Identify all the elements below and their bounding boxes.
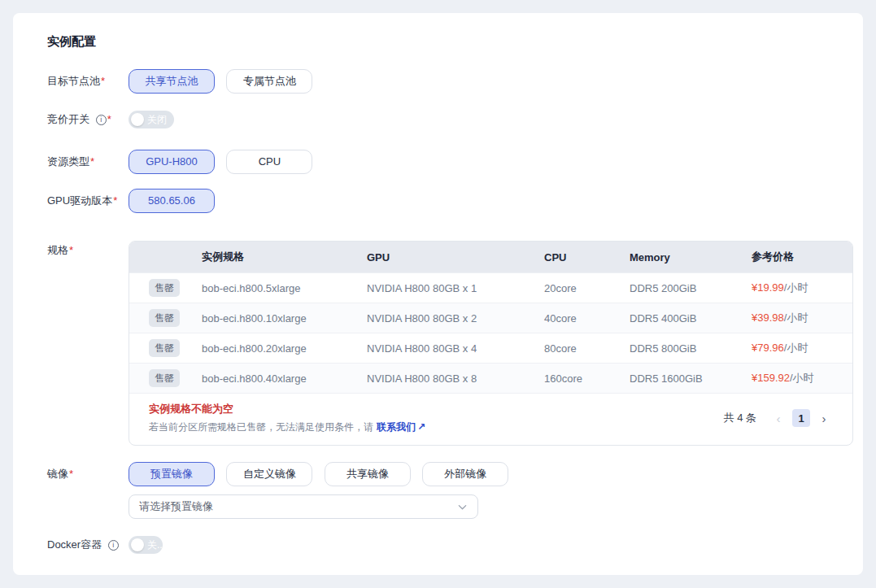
- cell-price: ¥19.99/小时: [752, 281, 852, 295]
- page-title: 实例配置: [34, 34, 840, 50]
- docker-label: Docker容器 i: [47, 536, 129, 554]
- cell-cpu: 20core: [544, 282, 630, 294]
- cell-spec-name: bob-eci.h800.10xlarge: [202, 312, 367, 324]
- cell-price: ¥39.98/小时: [752, 311, 852, 325]
- cell-cpu: 40core: [544, 312, 630, 324]
- resource-option-gpu-h800[interactable]: GPU-H800: [129, 150, 215, 174]
- table-row[interactable]: 售罄 bob-eci.h800.5xlarge NVIDIA H800 80GB…: [129, 272, 852, 303]
- spec-label: 规格*: [47, 241, 129, 259]
- toggle-knob: [131, 113, 144, 126]
- external-link-icon: ↗: [417, 421, 425, 433]
- cell-memory: DDR5 1600GiB: [630, 372, 752, 385]
- cell-spec-name: bob-eci.h800.20xlarge: [202, 342, 367, 355]
- image-option-shared[interactable]: 共享镜像: [325, 462, 411, 486]
- pagination-next-icon[interactable]: ›: [815, 409, 833, 427]
- required-asterisk: *: [69, 244, 73, 256]
- spot-switch-label: 竞价开关 i*: [47, 111, 129, 128]
- form-row-spot-switch: 竞价开关 i* 关闭: [34, 111, 840, 128]
- spec-table-footer: 实例规格不能为空 若当前分区所需规格已售罄，无法满足使用条件，请联系我们↗ 共 …: [129, 393, 852, 445]
- resource-option-cpu[interactable]: CPU: [226, 150, 312, 174]
- sold-out-badge: 售罄: [149, 369, 180, 387]
- form-row-image: 镜像* 预置镜像 自定义镜像 共享镜像 外部镜像 请选择预置镜像: [34, 462, 840, 519]
- pagination-total: 共 4 条: [724, 411, 756, 425]
- form-row-resource-type: 资源类型* GPU-H800 CPU: [34, 150, 840, 174]
- cell-gpu: NVIDIA H800 80GB x 2: [367, 312, 544, 324]
- docker-toggle[interactable]: 关...: [129, 536, 163, 554]
- form-row-node-pool: 目标节点池* 共享节点池 专属节点池: [34, 69, 840, 94]
- col-header-cpu: CPU: [544, 251, 630, 264]
- required-asterisk: *: [69, 468, 73, 480]
- cell-gpu: NVIDIA H800 80GB x 8: [367, 372, 544, 385]
- chevron-down-icon: [457, 502, 468, 512]
- info-icon[interactable]: i: [108, 540, 119, 551]
- cell-gpu: NVIDIA H800 80GB x 4: [367, 342, 544, 355]
- pagination: 共 4 条 ‹ 1 ›: [724, 409, 833, 427]
- cell-cpu: 80core: [544, 342, 630, 355]
- spot-switch-toggle[interactable]: 关闭: [129, 111, 174, 128]
- contact-us-link[interactable]: 联系我们: [377, 421, 416, 433]
- col-header-gpu: GPU: [367, 251, 544, 264]
- spec-table: 实例规格 GPU CPU Memory 参考价格 售罄 bob-eci.h800…: [129, 241, 853, 446]
- cell-gpu: NVIDIA H800 80GB x 1: [367, 282, 544, 294]
- toggle-knob: [131, 538, 144, 551]
- select-placeholder: 请选择预置镜像: [139, 499, 213, 514]
- node-pool-option-shared[interactable]: 共享节点池: [129, 69, 215, 94]
- required-asterisk: *: [113, 194, 117, 207]
- sold-out-badge: 售罄: [149, 309, 180, 327]
- spec-table-header: 实例规格 GPU CPU Memory 参考价格: [129, 242, 852, 272]
- image-label: 镜像*: [47, 462, 129, 486]
- table-row[interactable]: 售罄 bob-eci.h800.40xlarge NVIDIA H800 80G…: [129, 363, 852, 393]
- pagination-prev-icon[interactable]: ‹: [769, 409, 787, 427]
- image-option-preset[interactable]: 预置镜像: [129, 462, 215, 486]
- node-pool-label: 目标节点池*: [47, 69, 129, 94]
- gpu-driver-option[interactable]: 580.65.06: [129, 189, 215, 213]
- cell-cpu: 160core: [544, 372, 630, 385]
- sold-out-hint: 若当前分区所需规格已售罄，无法满足使用条件，请联系我们↗: [149, 420, 425, 434]
- cell-memory: DDR5 800GiB: [630, 342, 752, 355]
- cell-spec-name: bob-eci.h800.5xlarge: [202, 282, 367, 294]
- image-option-external[interactable]: 外部镜像: [422, 462, 508, 486]
- image-option-custom[interactable]: 自定义镜像: [226, 462, 312, 486]
- resource-type-label: 资源类型*: [47, 150, 129, 174]
- preset-image-select[interactable]: 请选择预置镜像: [129, 494, 478, 519]
- cell-price: ¥79.96/小时: [752, 341, 852, 355]
- table-row[interactable]: 售罄 bob-eci.h800.20xlarge NVIDIA H800 80G…: [129, 333, 852, 363]
- form-row-spec: 规格* 实例规格 GPU CPU Memory 参考价格 售罄 bob-eci.…: [34, 241, 840, 446]
- sold-out-badge: 售罄: [149, 339, 180, 357]
- col-header-name: 实例规格: [202, 250, 367, 264]
- cell-memory: DDR5 400GiB: [630, 312, 752, 324]
- node-pool-option-dedicated[interactable]: 专属节点池: [226, 69, 312, 94]
- required-asterisk: *: [107, 113, 111, 125]
- form-row-docker: Docker容器 i 关...: [34, 536, 840, 554]
- instance-config-card: 实例配置 目标节点池* 共享节点池 专属节点池 竞价开关 i* 关闭 资源类型*…: [13, 13, 863, 575]
- pagination-page-1[interactable]: 1: [792, 409, 810, 427]
- gpu-driver-label: GPU驱动版本*: [47, 189, 129, 213]
- required-asterisk: *: [101, 75, 105, 87]
- table-row[interactable]: 售罄 bob-eci.h800.10xlarge NVIDIA H800 80G…: [129, 303, 852, 333]
- col-header-price: 参考价格: [752, 250, 852, 264]
- validation-error: 实例规格不能为空: [149, 402, 425, 416]
- cell-price: ¥159.92/小时: [752, 371, 852, 385]
- cell-spec-name: bob-eci.h800.40xlarge: [202, 372, 367, 385]
- col-header-memory: Memory: [630, 251, 752, 264]
- info-icon[interactable]: i: [96, 115, 107, 125]
- cell-memory: DDR5 200GiB: [630, 282, 752, 294]
- required-asterisk: *: [90, 155, 94, 168]
- sold-out-badge: 售罄: [149, 279, 180, 297]
- form-row-gpu-driver: GPU驱动版本* 580.65.06: [34, 189, 840, 213]
